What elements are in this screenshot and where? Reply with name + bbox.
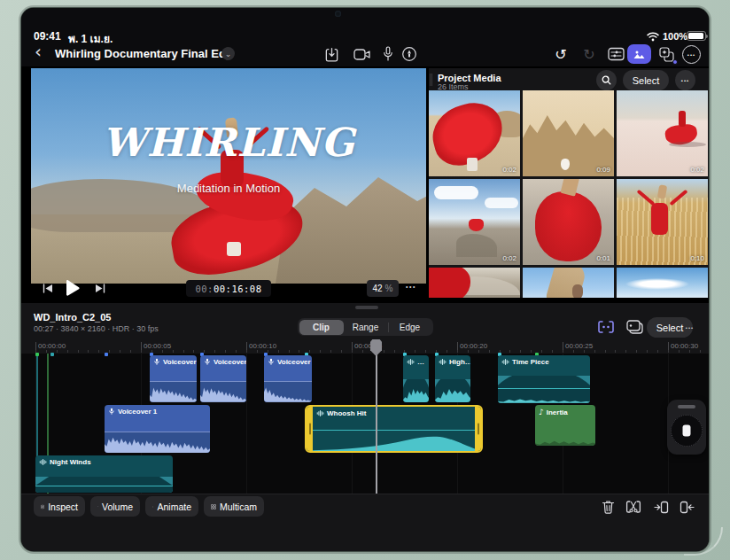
- device-corner-glint: [684, 527, 723, 556]
- timeline-drag-handle[interactable]: [355, 306, 378, 309]
- blade-tool-button[interactable]: [595, 318, 617, 336]
- zoom-level-control[interactable]: 42%: [367, 280, 399, 297]
- project-title[interactable]: Whirling Documentary Final Edit: [55, 47, 233, 60]
- clip-voiceover-3[interactable]: Voiceover 3: [264, 355, 312, 402]
- scene-pants: [227, 242, 241, 256]
- import-button[interactable]: [322, 45, 340, 63]
- viewer-video-frame[interactable]: WHIRLING Meditation in Motion: [31, 68, 426, 284]
- clip-voiceover-1[interactable]: Voiceover 1: [105, 405, 210, 453]
- media-thumbnail-2[interactable]: 0:09: [523, 90, 614, 176]
- media-thumbnail-9[interactable]: [617, 268, 708, 298]
- media-thumbnail-7[interactable]: [429, 268, 520, 298]
- clip-voiceover-2b[interactable]: Voiceover 2: [200, 355, 246, 402]
- media-thumbnail-1[interactable]: 0:02: [429, 90, 520, 176]
- battery-icon: [687, 31, 706, 41]
- blade-cut-button[interactable]: [624, 497, 643, 517]
- effects-badge: [672, 59, 678, 65]
- status-date: พ. 1 เม.ย.: [68, 30, 113, 47]
- playhead-line[interactable]: [376, 352, 377, 494]
- media-select-button[interactable]: Select: [623, 70, 669, 90]
- insert-clip-button[interactable]: [651, 497, 671, 517]
- search-button[interactable]: [596, 70, 617, 90]
- media-more-button[interactable]: •••: [675, 70, 695, 90]
- clip-marker: [35, 353, 39, 356]
- animate-button[interactable]: Animate: [145, 496, 198, 517]
- inspect-button[interactable]: Inspect: [34, 496, 85, 517]
- jog-dial[interactable]: [671, 415, 703, 447]
- title-chevron-icon[interactable]: ⌄: [221, 47, 235, 60]
- viewer-overlay-subtitle: Meditation in Motion: [177, 182, 280, 195]
- timeline-more-button[interactable]: •••: [680, 317, 700, 338]
- delete-button[interactable]: [598, 497, 617, 517]
- media-thumbnail-3[interactable]: 0:02: [617, 90, 708, 176]
- effects-button[interactable]: [656, 44, 677, 64]
- ruler-tick: 00:00:20: [457, 342, 487, 350]
- clip-night-winds[interactable]: Night Winds: [35, 455, 173, 493]
- skip-forward-button[interactable]: [92, 280, 108, 296]
- back-button[interactable]: ‹: [35, 43, 42, 60]
- media-thumbnail-4[interactable]: 0:02: [429, 179, 520, 265]
- media-thumbnail-6[interactable]: 0:10: [617, 179, 708, 265]
- timecode-display[interactable]: 00:00:16:08: [186, 280, 271, 297]
- jog-wheel[interactable]: [667, 400, 706, 455]
- ipad-screen: 09:41 พ. 1 เม.ย. 100% ‹ Whirling Documen…: [21, 8, 709, 551]
- ruler-tick: 00:00:25: [563, 342, 593, 350]
- mode-range[interactable]: Range: [344, 320, 388, 335]
- clip-marker: [105, 353, 108, 356]
- timeline-clip-meta: 00:27 · 3840 × 2160 · HDR · 30 fps: [34, 324, 159, 333]
- clip-sfx-short[interactable]: …: [403, 355, 429, 402]
- clip-inertia[interactable]: ♪Inertia: [535, 405, 595, 446]
- viewer-overlay-title: WHIRLING: [102, 120, 354, 165]
- skip-backward-button[interactable]: [40, 280, 56, 296]
- wifi-icon: [647, 32, 659, 42]
- jog-grab-bar[interactable]: [678, 405, 695, 408]
- media-browser-button[interactable]: [627, 44, 651, 64]
- volume-button[interactable]: Volume: [90, 496, 140, 517]
- thumb-duration: 0:02: [502, 254, 516, 262]
- clip-time-piece[interactable]: Time Piece: [498, 355, 590, 403]
- timeline-clip-title: WD_Intro_C2_05: [34, 312, 111, 323]
- more-options-button[interactable]: •••: [682, 45, 701, 64]
- camera-button[interactable]: [353, 45, 372, 63]
- thumb-duration: 0:02: [502, 166, 516, 174]
- mode-edge[interactable]: Edge: [388, 320, 432, 335]
- viewer-more-button[interactable]: •••: [406, 284, 416, 290]
- trim-handle-right[interactable]: [475, 407, 481, 451]
- multicam-button[interactable]: Multicam: [204, 496, 264, 517]
- edit-mode-segmented-control: Clip Range Edge: [298, 318, 433, 336]
- ruler-tick: 00:00:00: [35, 342, 66, 350]
- clip-voiceover-2a[interactable]: Voiceover 2: [150, 355, 197, 402]
- clip-whoosh-hit-selected[interactable]: Whoosh Hit: [305, 405, 483, 453]
- front-camera: [335, 11, 341, 17]
- panel-drag-handle[interactable]: [430, 74, 432, 86]
- mode-clip[interactable]: Clip: [299, 320, 344, 335]
- thumb-duration: 0:09: [596, 166, 610, 174]
- ruler-tick: 00:00:10: [246, 342, 276, 350]
- microphone-button[interactable]: [381, 44, 395, 64]
- clip-sfx-high[interactable]: High…: [435, 355, 470, 402]
- thumb-duration: 0:02: [690, 166, 704, 174]
- inspector-toggle-button[interactable]: [606, 45, 625, 63]
- timeline-ruler[interactable]: 00:00:00 00:00:05 00:00:10 00:00:15 00:0…: [21, 339, 709, 354]
- play-button[interactable]: [62, 276, 83, 299]
- photo-background: 09:41 พ. 1 เม.ย. 100% ‹ Whirling Documen…: [0, 0, 730, 560]
- connect-clip-button[interactable]: [624, 318, 645, 336]
- media-thumbnail-8[interactable]: [523, 268, 614, 298]
- thumb-duration: 0:10: [690, 254, 704, 262]
- ruler-tick: 00:00:05: [141, 342, 171, 350]
- media-thumbnail-5[interactable]: 0:01: [523, 179, 614, 265]
- clip-marker: [50, 353, 54, 356]
- thumb-duration: 0:01: [596, 254, 610, 262]
- battery-percentage: 100%: [663, 31, 687, 42]
- undo-button[interactable]: ↺: [551, 44, 571, 64]
- overwrite-clip-button[interactable]: [677, 497, 696, 517]
- trim-handle-left[interactable]: [307, 407, 313, 451]
- pencil-tool-button[interactable]: [400, 45, 418, 63]
- redo-button[interactable]: ↻: [579, 44, 599, 64]
- ruler-tick: 00:00:30: [668, 342, 698, 350]
